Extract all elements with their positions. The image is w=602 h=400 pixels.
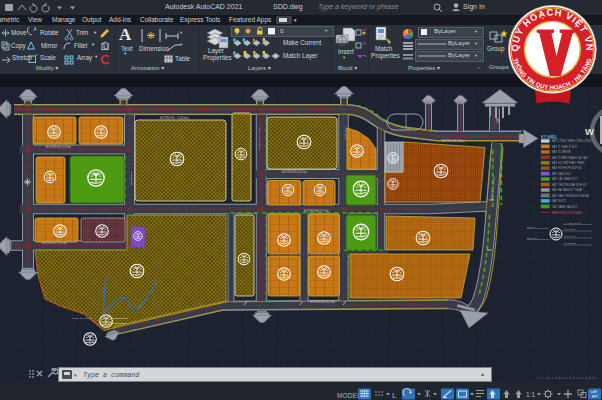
svg-text:KÝ HIỆU LÔ ĐẤT: KÝ HIỆU LÔ ĐẤT xyxy=(564,222,582,225)
svg-text:ĐẤT Ở CHIA LÔ MỚI: ĐẤT Ở CHIA LÔ MỚI xyxy=(552,144,577,149)
svg-text:1 : 500: 1 : 500 xyxy=(496,118,500,126)
svg-text:ĐẤT THƯƠNG MẠI DỊCH VỤ: ĐẤT THƯƠNG MẠI DỊCH VỤ xyxy=(552,182,586,187)
svg-text:W: W xyxy=(585,126,594,137)
svg-text:ĐƯỜNG N1 - 1 (24.0m): ĐƯỜNG N1 - 1 (24.0m) xyxy=(160,115,189,120)
svg-text:1:1: 1:1 xyxy=(526,391,535,398)
svg-text:ĐẤT GIAO THÔNG ĐỐI NGOẠI: ĐẤT GIAO THÔNG ĐỐI NGOẠI xyxy=(552,193,589,198)
svg-text:CÂY XANH CÁCH LY: CÂY XANH CÁCH LY xyxy=(552,204,577,209)
svg-text:HỆ SỐ SDĐ: HỆ SỐ SDĐ xyxy=(564,242,576,245)
svg-text:RANH QH (1:500): RANH QH (1:500) xyxy=(72,317,91,320)
svg-text:ĐẤT CÂY XANH TDTT: ĐẤT CÂY XANH TDTT xyxy=(552,176,579,181)
svg-text:ĐƯỜNG D3 (17.5m): ĐƯỜNG D3 (17.5m) xyxy=(258,127,261,150)
svg-text:TẦNG CAO: TẦNG CAO xyxy=(564,235,576,237)
svg-text:ĐƯỜNG D4: ĐƯỜNG D4 xyxy=(344,126,347,140)
svg-text:SỐ LÔ: SỐ LÔ xyxy=(527,226,534,228)
svg-text:LỘ GIỚI 17.5m: LỘ GIỚI 17.5m xyxy=(24,163,27,180)
svg-text:MẶT NƯỚC: MẶT NƯỚC xyxy=(552,198,566,203)
svg-text:ĐẤT GIÁO DỤC: ĐẤT GIÁO DỤC xyxy=(552,171,571,176)
svg-text:L: L xyxy=(392,391,397,400)
svg-text:ĐẤT HẠ TẦNG KỸ THUẬT: ĐẤT HẠ TẦNG KỸ THUẬT xyxy=(552,187,583,192)
svg-text:ĐẤT CÔNG TRÌNH CÔNG CỘNG: ĐẤT CÔNG TRÌNH CÔNG CỘNG xyxy=(552,138,591,143)
svg-text:ĐƯỜNG N8 (20.5m): ĐƯỜNG N8 (20.5m) xyxy=(310,299,335,304)
svg-text:ĐẤT HỖN HỢP DỊCH VỤ: ĐẤT HỖN HỢP DỊCH VỤ xyxy=(552,165,582,170)
svg-text:DIỆN TÍCH: DIỆN TÍCH xyxy=(527,237,538,240)
svg-text:MODEL: MODEL xyxy=(337,392,361,399)
svg-text:ĐƯỜNG D2: ĐƯỜNG D2 xyxy=(130,171,133,185)
svg-text:RANH GIỚI QUY HOẠCH: RANH GIỚI QUY HOẠCH xyxy=(552,210,582,215)
svg-text:KÝ HIỆU: KÝ HIỆU xyxy=(541,134,557,139)
svg-text:ĐẤT Ở HIỆN TRẠNG CẢI TẠO: ĐẤT Ở HIỆN TRẠNG CẢI TẠO xyxy=(552,155,588,160)
svg-text:ĐẤT DỰ TRỮ PHÁT TRIỂN: ĐẤT DỰ TRỮ PHÁT TRIỂN xyxy=(552,160,584,165)
svg-text:ĐẤT Ở LIỀN KỀ: ĐẤT Ở LIỀN KỀ xyxy=(552,149,571,154)
svg-text:MẬT ĐỘ XD: MẬT ĐỘ XD xyxy=(564,228,577,231)
